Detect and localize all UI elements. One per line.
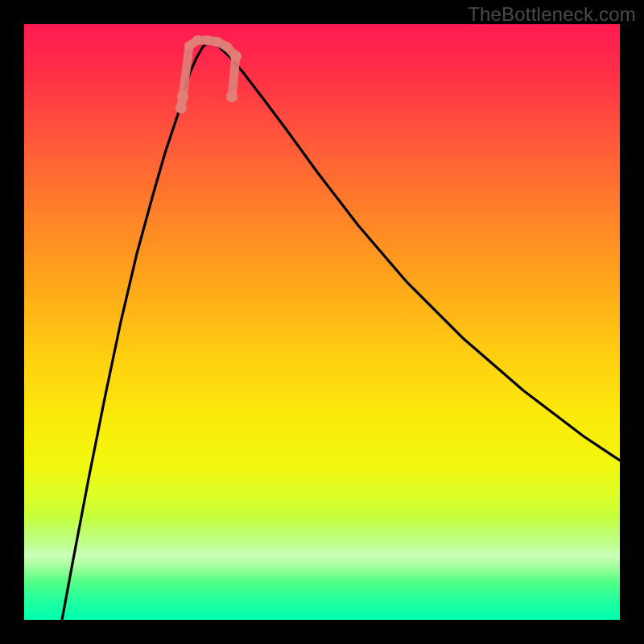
watermark-text: TheBottleneck.com — [468, 3, 636, 26]
data-point-marker — [222, 42, 232, 52]
outer-frame: TheBottleneck.com — [0, 0, 644, 644]
curve-right-branch — [211, 40, 620, 460]
data-point-marker — [175, 102, 187, 114]
plot-area — [24, 24, 620, 620]
data-point-marker — [192, 35, 202, 45]
data-point-marker — [213, 37, 222, 47]
data-point-marker — [177, 91, 188, 102]
data-point-markers — [175, 35, 242, 114]
curve-layer — [24, 24, 620, 620]
data-point-marker — [230, 51, 242, 62]
data-point-marker — [226, 91, 237, 102]
curve-left-branch — [62, 40, 211, 620]
data-point-marker — [203, 35, 213, 45]
data-point-marker — [184, 41, 194, 51]
